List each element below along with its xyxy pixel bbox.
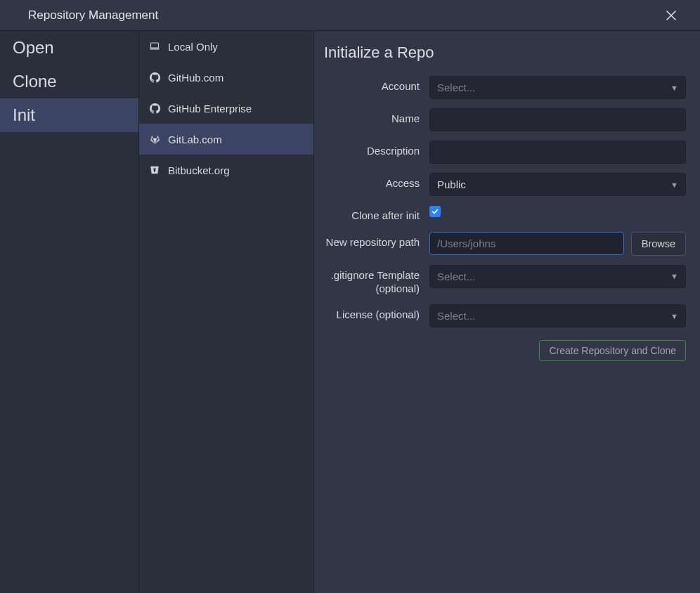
repo-path-input[interactable]: /Users/johns [429,232,624,255]
github-icon [149,72,160,83]
laptop-icon [149,41,160,52]
svg-rect-1 [150,48,160,50]
description-label: Description [324,141,429,158]
access-label: Access [324,173,429,190]
account-select-placeholder: Select... [437,82,475,93]
close-button[interactable] [663,8,679,23]
github-icon [149,103,160,114]
bitbucket-icon [149,164,160,176]
clone-after-init-checkbox[interactable] [429,206,441,217]
provider-label: GitHub.com [168,72,223,84]
close-icon [666,11,676,20]
repo-path-value: /Users/johns [437,237,495,249]
access-select-value: Public [437,178,466,190]
gitignore-select[interactable]: Select... ▼ [429,265,686,288]
provider-label: GitLab.com [168,133,222,145]
primary-nav: Open Clone Init [0,31,139,593]
gitignore-label: .gitignore Template (optional) [324,265,429,296]
access-select[interactable]: Public ▼ [429,173,686,196]
nav-open[interactable]: Open [0,31,138,65]
form-panel: Initialize a Repo Account Select... ▼ Na… [314,31,700,593]
provider-gitlab-com[interactable]: GitLab.com [139,124,313,155]
gitlab-icon [149,133,160,145]
license-select[interactable]: Select... ▼ [429,304,686,327]
chevron-down-icon: ▼ [670,272,678,280]
account-label: Account [324,76,429,93]
window-title: Repository Management [28,8,158,22]
provider-label: GitHub Enterprise [168,103,252,115]
check-icon [432,208,439,215]
name-label: Name [324,108,429,126]
nav-init[interactable]: Init [0,98,138,132]
provider-list: Local Only GitHub.com GitHub Enterprise … [139,31,314,593]
provider-label: Local Only [168,41,218,53]
clone-after-init-label: Clone after init [324,205,429,223]
browse-button[interactable]: Browse [631,232,686,256]
gitignore-select-placeholder: Select... [437,271,475,282]
description-input[interactable] [429,141,686,164]
chevron-down-icon: ▼ [670,84,678,92]
license-select-placeholder: Select... [437,310,475,322]
repo-path-label: New repository path [324,232,429,249]
chevron-down-icon: ▼ [670,181,678,189]
svg-rect-0 [151,43,159,48]
provider-local-only[interactable]: Local Only [139,31,313,62]
account-select[interactable]: Select... ▼ [429,76,686,99]
provider-bitbucket-org[interactable]: Bitbucket.org [139,155,313,185]
provider-github-com[interactable]: GitHub.com [139,62,313,93]
create-repo-button[interactable]: Create Repository and Clone [539,340,686,361]
provider-label: Bitbucket.org [168,164,230,176]
license-label: License (optional) [324,304,429,322]
nav-clone[interactable]: Clone [0,65,138,98]
provider-github-enterprise[interactable]: GitHub Enterprise [139,93,313,124]
chevron-down-icon: ▼ [670,312,678,320]
name-input[interactable] [429,108,686,131]
form-title: Initialize a Repo [324,44,686,62]
